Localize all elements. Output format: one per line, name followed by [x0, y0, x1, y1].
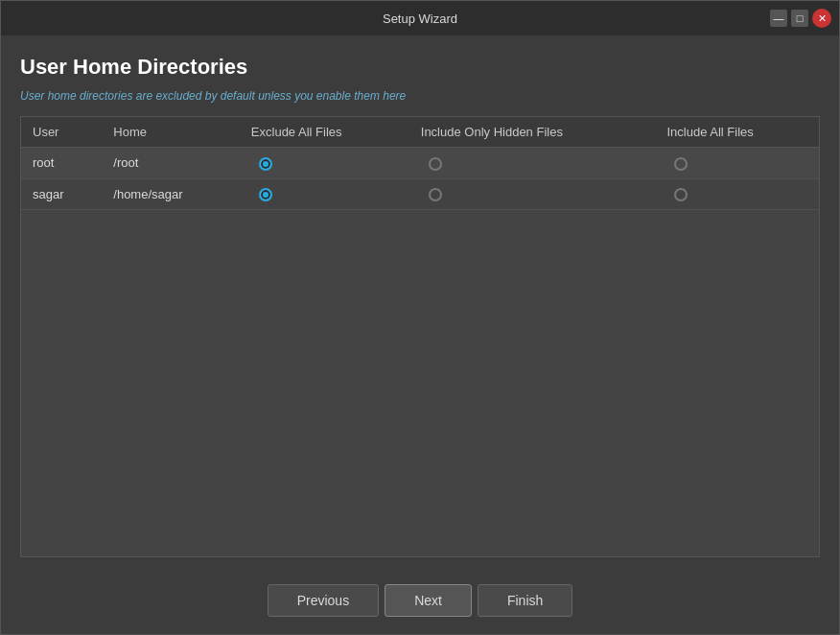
table-header-row: User Home Exclude All Files Include Only…: [21, 117, 819, 148]
col-include-all: Include All Files: [655, 117, 819, 148]
cell-exclude-all[interactable]: [240, 178, 409, 210]
cell-user: root: [21, 148, 102, 179]
previous-button[interactable]: Previous: [268, 584, 379, 617]
radio-only-hidden[interactable]: [429, 157, 442, 171]
titlebar: Setup Wizard — □ ✕: [1, 1, 839, 35]
cell-include-all[interactable]: [655, 178, 819, 210]
page-title: User Home Directories: [20, 55, 820, 80]
radio-only-hidden[interactable]: [429, 188, 442, 201]
cell-home: /root: [102, 148, 240, 179]
table-container: User Home Exclude All Files Include Only…: [20, 116, 820, 557]
cell-user: sagar: [21, 178, 102, 210]
col-only-hidden: Include Only Hidden Files: [409, 117, 656, 148]
next-button[interactable]: Next: [385, 584, 472, 617]
radio-include-all[interactable]: [674, 157, 688, 171]
page-subtitle: User home directories are excluded by de…: [20, 89, 820, 103]
cell-include-all[interactable]: [655, 148, 819, 179]
table-row: root/root: [21, 148, 819, 179]
footer: Previous Next Finish: [1, 567, 839, 634]
close-button[interactable]: ✕: [812, 9, 831, 28]
window-title: Setup Wizard: [383, 12, 457, 26]
radio-include-all[interactable]: [674, 188, 688, 201]
maximize-button[interactable]: □: [791, 10, 808, 27]
window: Setup Wizard — □ ✕ User Home Directories…: [0, 0, 840, 635]
main-content: User Home Directories User home director…: [1, 35, 839, 567]
table-row: sagar/home/sagar: [21, 178, 819, 210]
table-body: root/rootsagar/home/sagar: [21, 148, 819, 210]
users-table: User Home Exclude All Files Include Only…: [21, 117, 819, 210]
cell-only-hidden[interactable]: [409, 148, 656, 179]
col-home: Home: [102, 117, 240, 148]
cell-only-hidden[interactable]: [409, 178, 656, 210]
minimize-button[interactable]: —: [770, 10, 787, 27]
finish-button[interactable]: Finish: [478, 584, 572, 617]
col-user: User: [21, 117, 102, 148]
titlebar-controls: — □ ✕: [770, 9, 831, 28]
radio-exclude-all[interactable]: [259, 157, 272, 171]
col-exclude-all: Exclude All Files: [240, 117, 409, 148]
radio-exclude-all[interactable]: [259, 188, 272, 201]
cell-exclude-all[interactable]: [240, 148, 409, 179]
cell-home: /home/sagar: [102, 178, 240, 210]
